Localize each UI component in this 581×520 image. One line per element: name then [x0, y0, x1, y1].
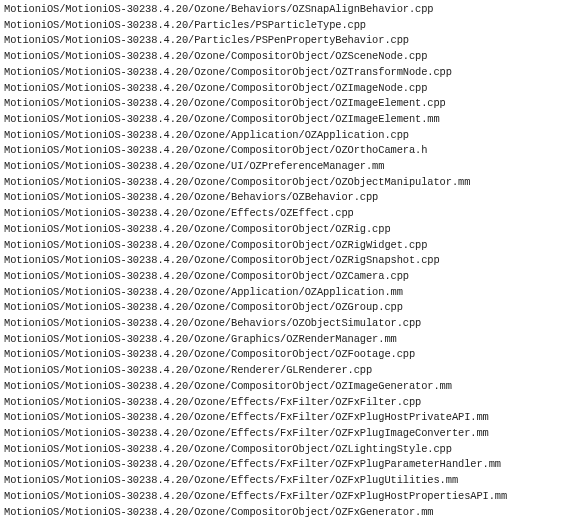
file-path-line: MotioniOS/MotioniOS-30238.4.20/Ozone/Com… — [4, 379, 577, 395]
file-path-line: MotioniOS/MotioniOS-30238.4.20/Particles… — [4, 18, 577, 34]
file-path-line: MotioniOS/MotioniOS-30238.4.20/Ozone/Com… — [4, 505, 577, 521]
file-path-line: MotioniOS/MotioniOS-30238.4.20/Ozone/Com… — [4, 222, 577, 238]
file-path-line: MotioniOS/MotioniOS-30238.4.20/Ozone/Com… — [4, 253, 577, 269]
file-path-line: MotioniOS/MotioniOS-30238.4.20/Ozone/Beh… — [4, 316, 577, 332]
file-path-line: MotioniOS/MotioniOS-30238.4.20/Ozone/Eff… — [4, 489, 577, 505]
file-path-line: MotioniOS/MotioniOS-30238.4.20/Ozone/Com… — [4, 347, 577, 363]
file-path-line: MotioniOS/MotioniOS-30238.4.20/Ozone/Beh… — [4, 2, 577, 18]
file-path-line: MotioniOS/MotioniOS-30238.4.20/Ozone/Com… — [4, 112, 577, 128]
file-path-line: MotioniOS/MotioniOS-30238.4.20/Ozone/UI/… — [4, 159, 577, 175]
file-path-line: MotioniOS/MotioniOS-30238.4.20/Ozone/Com… — [4, 96, 577, 112]
file-path-line: MotioniOS/MotioniOS-30238.4.20/Ozone/Eff… — [4, 410, 577, 426]
file-path-line: MotioniOS/MotioniOS-30238.4.20/Ozone/Ren… — [4, 363, 577, 379]
file-path-line: MotioniOS/MotioniOS-30238.4.20/Ozone/Beh… — [4, 190, 577, 206]
file-path-line: MotioniOS/MotioniOS-30238.4.20/Ozone/Com… — [4, 143, 577, 159]
file-path-line: MotioniOS/MotioniOS-30238.4.20/Ozone/Eff… — [4, 426, 577, 442]
file-path-line: MotioniOS/MotioniOS-30238.4.20/Particles… — [4, 33, 577, 49]
file-path-line: MotioniOS/MotioniOS-30238.4.20/Ozone/Com… — [4, 238, 577, 254]
file-path-line: MotioniOS/MotioniOS-30238.4.20/Ozone/Com… — [4, 269, 577, 285]
file-path-line: MotioniOS/MotioniOS-30238.4.20/Ozone/Eff… — [4, 473, 577, 489]
file-path-line: MotioniOS/MotioniOS-30238.4.20/Ozone/Gra… — [4, 332, 577, 348]
file-path-line: MotioniOS/MotioniOS-30238.4.20/Ozone/Eff… — [4, 206, 577, 222]
file-path-line: MotioniOS/MotioniOS-30238.4.20/Ozone/Com… — [4, 65, 577, 81]
file-path-list: MotioniOS/MotioniOS-30238.4.20/Ozone/Beh… — [0, 0, 581, 520]
file-path-line: MotioniOS/MotioniOS-30238.4.20/Ozone/Com… — [4, 175, 577, 191]
file-path-line: MotioniOS/MotioniOS-30238.4.20/Ozone/Com… — [4, 81, 577, 97]
file-path-line: MotioniOS/MotioniOS-30238.4.20/Ozone/Com… — [4, 49, 577, 65]
file-path-line: MotioniOS/MotioniOS-30238.4.20/Ozone/Eff… — [4, 395, 577, 411]
file-path-line: MotioniOS/MotioniOS-30238.4.20/Ozone/Com… — [4, 442, 577, 458]
file-path-line: MotioniOS/MotioniOS-30238.4.20/Ozone/Eff… — [4, 457, 577, 473]
file-path-line: MotioniOS/MotioniOS-30238.4.20/Ozone/App… — [4, 285, 577, 301]
file-path-line: MotioniOS/MotioniOS-30238.4.20/Ozone/Com… — [4, 300, 577, 316]
file-path-line: MotioniOS/MotioniOS-30238.4.20/Ozone/App… — [4, 128, 577, 144]
